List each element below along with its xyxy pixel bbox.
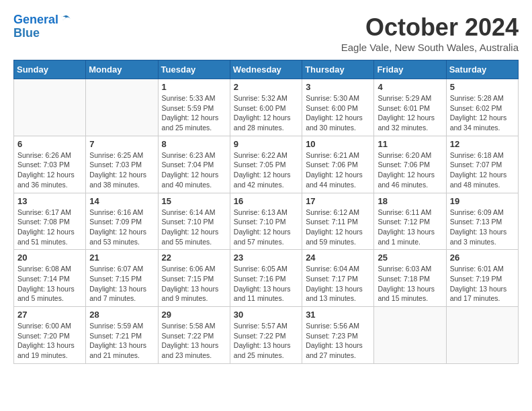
day-number: 4 (378, 82, 442, 92)
calendar-day-cell: 9Sunrise: 6:22 AM Sunset: 7:05 PM Daylig… (230, 136, 302, 193)
day-number: 21 (89, 253, 154, 263)
day-info: Sunrise: 6:26 AM Sunset: 7:03 PM Dayligh… (17, 150, 82, 190)
calendar-day-cell: 18Sunrise: 6:11 AM Sunset: 7:12 PM Dayli… (374, 193, 446, 250)
day-number: 23 (234, 253, 298, 263)
calendar-day-cell: 12Sunrise: 6:18 AM Sunset: 7:07 PM Dayli… (446, 136, 518, 193)
day-info: Sunrise: 5:56 AM Sunset: 7:23 PM Dayligh… (306, 321, 370, 361)
day-info: Sunrise: 6:03 AM Sunset: 7:18 PM Dayligh… (378, 264, 442, 304)
day-number: 29 (162, 310, 226, 320)
day-info: Sunrise: 5:28 AM Sunset: 6:02 PM Dayligh… (450, 93, 515, 133)
weekday-header: Thursday (302, 60, 374, 79)
day-number: 12 (450, 139, 515, 149)
day-number: 27 (17, 310, 82, 320)
day-info: Sunrise: 5:30 AM Sunset: 6:00 PM Dayligh… (306, 93, 370, 133)
calendar-week-row: 6Sunrise: 6:26 AM Sunset: 7:03 PM Daylig… (14, 136, 519, 193)
day-info: Sunrise: 6:23 AM Sunset: 7:04 PM Dayligh… (162, 150, 226, 190)
day-number: 19 (450, 196, 515, 206)
calendar-day-cell: 3Sunrise: 5:30 AM Sunset: 6:00 PM Daylig… (302, 79, 374, 136)
calendar-day-cell: 4Sunrise: 5:29 AM Sunset: 6:01 PM Daylig… (374, 79, 446, 136)
logo-text: General (13, 13, 58, 27)
day-number: 10 (306, 139, 370, 149)
day-number: 2 (234, 82, 298, 92)
day-info: Sunrise: 6:09 AM Sunset: 7:13 PM Dayligh… (450, 208, 515, 247)
day-number: 11 (378, 139, 442, 149)
day-info: Sunrise: 5:32 AM Sunset: 6:00 PM Dayligh… (234, 93, 298, 133)
calendar-week-row: 1Sunrise: 5:33 AM Sunset: 5:59 PM Daylig… (14, 79, 519, 136)
logo-bird-icon (60, 14, 72, 26)
day-info: Sunrise: 5:29 AM Sunset: 6:01 PM Dayligh… (378, 93, 442, 133)
calendar-day-cell (446, 307, 518, 364)
day-number: 24 (306, 253, 370, 263)
day-info: Sunrise: 5:33 AM Sunset: 5:59 PM Dayligh… (162, 93, 226, 133)
day-info: Sunrise: 6:16 AM Sunset: 7:09 PM Dayligh… (89, 208, 154, 247)
calendar-day-cell: 30Sunrise: 5:57 AM Sunset: 7:22 PM Dayli… (230, 307, 302, 364)
weekday-header: Monday (86, 60, 158, 79)
calendar-day-cell: 17Sunrise: 6:12 AM Sunset: 7:11 PM Dayli… (302, 193, 374, 250)
calendar-day-cell: 23Sunrise: 6:05 AM Sunset: 7:16 PM Dayli… (230, 250, 302, 307)
day-number: 30 (234, 310, 298, 320)
day-number: 13 (17, 196, 82, 206)
calendar-day-cell: 11Sunrise: 6:20 AM Sunset: 7:06 PM Dayli… (374, 136, 446, 193)
calendar-day-cell: 10Sunrise: 6:21 AM Sunset: 7:06 PM Dayli… (302, 136, 374, 193)
title-area: October 2024 Eagle Vale, New South Wales… (341, 13, 519, 53)
day-info: Sunrise: 6:18 AM Sunset: 7:07 PM Dayligh… (450, 150, 515, 190)
day-number: 31 (306, 310, 370, 320)
day-info: Sunrise: 6:12 AM Sunset: 7:11 PM Dayligh… (306, 208, 370, 247)
calendar-day-cell (14, 79, 86, 136)
calendar-day-cell: 6Sunrise: 6:26 AM Sunset: 7:03 PM Daylig… (14, 136, 86, 193)
day-number: 15 (162, 196, 226, 206)
day-info: Sunrise: 6:14 AM Sunset: 7:10 PM Dayligh… (162, 208, 226, 247)
day-info: Sunrise: 5:58 AM Sunset: 7:22 PM Dayligh… (162, 321, 226, 361)
day-number: 9 (234, 139, 298, 149)
day-info: Sunrise: 6:25 AM Sunset: 7:03 PM Dayligh… (89, 150, 154, 190)
calendar-day-cell: 20Sunrise: 6:08 AM Sunset: 7:14 PM Dayli… (14, 250, 86, 307)
day-info: Sunrise: 6:17 AM Sunset: 7:08 PM Dayligh… (17, 208, 82, 247)
location-title: Eagle Vale, New South Wales, Australia (341, 42, 519, 53)
calendar-day-cell: 16Sunrise: 6:13 AM Sunset: 7:10 PM Dayli… (230, 193, 302, 250)
day-number: 8 (162, 139, 226, 149)
day-info: Sunrise: 6:06 AM Sunset: 7:15 PM Dayligh… (162, 264, 226, 304)
day-info: Sunrise: 6:05 AM Sunset: 7:16 PM Dayligh… (234, 264, 298, 304)
day-info: Sunrise: 6:07 AM Sunset: 7:15 PM Dayligh… (89, 264, 154, 304)
calendar-day-cell: 22Sunrise: 6:06 AM Sunset: 7:15 PM Dayli… (158, 250, 230, 307)
month-title: October 2024 (341, 13, 519, 42)
calendar-day-cell (86, 79, 158, 136)
day-number: 17 (306, 196, 370, 206)
day-number: 28 (89, 310, 154, 320)
calendar-week-row: 20Sunrise: 6:08 AM Sunset: 7:14 PM Dayli… (14, 250, 519, 307)
day-info: Sunrise: 6:22 AM Sunset: 7:05 PM Dayligh… (234, 150, 298, 190)
day-info: Sunrise: 6:08 AM Sunset: 7:14 PM Dayligh… (17, 264, 82, 304)
day-info: Sunrise: 6:01 AM Sunset: 7:19 PM Dayligh… (450, 264, 515, 304)
day-number: 18 (378, 196, 442, 206)
day-number: 22 (162, 253, 226, 263)
calendar-day-cell: 28Sunrise: 5:59 AM Sunset: 7:21 PM Dayli… (86, 307, 158, 364)
day-number: 5 (450, 82, 515, 92)
calendar-day-cell: 14Sunrise: 6:16 AM Sunset: 7:09 PM Dayli… (86, 193, 158, 250)
day-info: Sunrise: 6:00 AM Sunset: 7:20 PM Dayligh… (17, 321, 82, 361)
calendar-day-cell: 25Sunrise: 6:03 AM Sunset: 7:18 PM Dayli… (374, 250, 446, 307)
day-info: Sunrise: 5:57 AM Sunset: 7:22 PM Dayligh… (234, 321, 298, 361)
day-number: 14 (89, 196, 154, 206)
calendar-header-row: SundayMondayTuesdayWednesdayThursdayFrid… (14, 60, 519, 79)
calendar-day-cell: 27Sunrise: 6:00 AM Sunset: 7:20 PM Dayli… (14, 307, 86, 364)
day-number: 3 (306, 82, 370, 92)
day-number: 16 (234, 196, 298, 206)
logo-blue-text: Blue (13, 27, 72, 40)
weekday-header: Sunday (14, 60, 86, 79)
weekday-header: Wednesday (230, 60, 302, 79)
day-number: 25 (378, 253, 442, 263)
calendar-day-cell: 5Sunrise: 5:28 AM Sunset: 6:02 PM Daylig… (446, 79, 518, 136)
calendar-day-cell: 2Sunrise: 5:32 AM Sunset: 6:00 PM Daylig… (230, 79, 302, 136)
page-header: General Blue October 2024 Eagle Vale, Ne… (13, 13, 519, 53)
calendar-day-cell: 1Sunrise: 5:33 AM Sunset: 5:59 PM Daylig… (158, 79, 230, 136)
calendar-day-cell: 26Sunrise: 6:01 AM Sunset: 7:19 PM Dayli… (446, 250, 518, 307)
day-info: Sunrise: 6:20 AM Sunset: 7:06 PM Dayligh… (378, 150, 442, 190)
calendar-day-cell: 7Sunrise: 6:25 AM Sunset: 7:03 PM Daylig… (86, 136, 158, 193)
day-number: 7 (89, 139, 154, 149)
calendar-day-cell: 21Sunrise: 6:07 AM Sunset: 7:15 PM Dayli… (86, 250, 158, 307)
calendar-day-cell: 19Sunrise: 6:09 AM Sunset: 7:13 PM Dayli… (446, 193, 518, 250)
logo: General Blue (13, 13, 72, 40)
day-info: Sunrise: 6:11 AM Sunset: 7:12 PM Dayligh… (378, 208, 442, 247)
day-info: Sunrise: 6:13 AM Sunset: 7:10 PM Dayligh… (234, 208, 298, 247)
weekday-header: Tuesday (158, 60, 230, 79)
